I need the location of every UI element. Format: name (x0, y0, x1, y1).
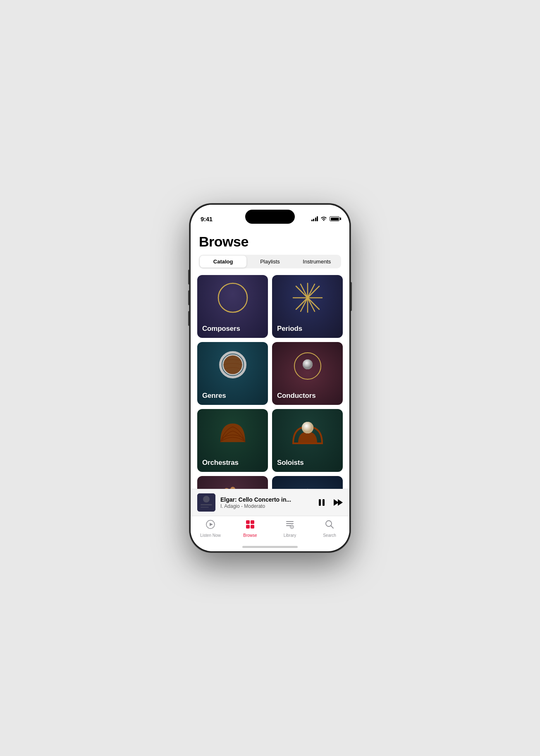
tab-library-label: Library (284, 533, 296, 538)
svg-rect-28 (201, 507, 209, 508)
svg-point-22 (224, 488, 229, 489)
now-playing-controls (317, 498, 343, 507)
svg-rect-39 (286, 521, 294, 522)
segment-instruments[interactable]: Instruments (294, 256, 340, 268)
tab-search-label: Search (323, 533, 336, 538)
svg-rect-30 (323, 499, 325, 506)
browse-grid: Composers (191, 275, 349, 489)
grid-item-periods[interactable]: Periods (272, 275, 343, 338)
svg-marker-34 (210, 523, 213, 526)
svg-marker-32 (338, 499, 343, 506)
svg-rect-37 (246, 525, 250, 529)
status-bar: 9:41 (191, 205, 349, 227)
now-playing-info: Elgar: Cello Concerto in... I. Adagio - … (220, 496, 312, 509)
svg-rect-27 (201, 504, 212, 505)
svg-point-26 (203, 496, 210, 502)
battery-icon (330, 216, 339, 221)
grid-item-ensembles[interactable]: Ensembles (197, 476, 268, 489)
dynamic-island (245, 210, 295, 224)
svg-rect-38 (251, 525, 254, 529)
grid-item-conductors[interactable]: Conductors (272, 342, 343, 405)
svg-point-12 (303, 359, 313, 369)
svg-point-43 (292, 526, 293, 528)
wifi-icon (320, 216, 327, 222)
grid-item-soloists[interactable]: Soloists (272, 409, 343, 472)
svg-line-45 (331, 526, 334, 529)
pause-button[interactable] (317, 498, 326, 507)
ensembles-icon (197, 476, 268, 489)
phone-device: 9:41 Browse (189, 203, 351, 553)
svg-rect-29 (319, 499, 321, 506)
genres-icon (197, 342, 268, 388)
status-icons (311, 216, 340, 222)
genres-label: Genres (202, 392, 226, 400)
now-playing-title: Elgar: Cello Concerto in... (220, 496, 312, 503)
svg-point-0 (218, 283, 247, 312)
screen-content[interactable]: Browse Catalog Playlists Instruments (191, 227, 349, 489)
status-time: 9:41 (201, 215, 213, 222)
search-icon (325, 519, 335, 532)
svg-rect-36 (251, 520, 254, 524)
grid-item-genres[interactable]: Genres (197, 342, 268, 405)
composers-icon (197, 275, 268, 321)
composers-label: Composers (202, 325, 240, 333)
choirs-icon (272, 476, 343, 489)
conductors-icon (272, 342, 343, 388)
periods-icon (272, 275, 343, 321)
signal-icon (311, 216, 318, 221)
periods-label: Periods (277, 325, 302, 333)
skip-forward-button[interactable] (333, 498, 343, 507)
listen-now-icon (205, 519, 215, 532)
orchestras-label: Orchestras (202, 459, 239, 467)
soloists-icon (272, 409, 343, 455)
grid-item-composers[interactable]: Composers (197, 275, 268, 338)
page-title: Browse (199, 234, 341, 250)
soloists-label: Soloists (277, 459, 304, 467)
browse-icon (245, 519, 255, 532)
svg-rect-40 (286, 523, 294, 524)
browse-header: Browse (191, 227, 349, 255)
svg-point-14 (302, 422, 313, 433)
now-playing-bar[interactable]: Elgar: Cello Concerto in... I. Adagio - … (191, 489, 349, 516)
tab-browse[interactable]: Browse (230, 519, 270, 538)
tab-bar: Listen Now Browse (191, 516, 349, 546)
svg-rect-35 (246, 520, 250, 524)
tab-search[interactable]: Search (310, 519, 349, 538)
home-indicator (242, 546, 298, 548)
now-playing-artwork (197, 493, 215, 512)
grid-item-orchestras[interactable]: Orchestras (197, 409, 268, 472)
svg-point-15 (230, 487, 235, 489)
segment-playlists[interactable]: Playlists (246, 256, 293, 268)
segment-catalog[interactable]: Catalog (200, 256, 246, 268)
conductors-label: Conductors (277, 392, 315, 400)
tab-listen-now-label: Listen Now (200, 533, 220, 538)
now-playing-subtitle: I. Adagio - Moderato (220, 503, 312, 509)
phone-screen: 9:41 Browse (191, 205, 349, 551)
tab-browse-label: Browse (243, 533, 257, 538)
library-icon (285, 519, 295, 532)
tab-library[interactable]: Library (270, 519, 310, 538)
orchestras-icon (197, 409, 268, 455)
segment-control: Catalog Playlists Instruments (199, 255, 341, 268)
grid-item-choirs[interactable]: Choirs (272, 476, 343, 489)
tab-listen-now[interactable]: Listen Now (191, 519, 230, 538)
